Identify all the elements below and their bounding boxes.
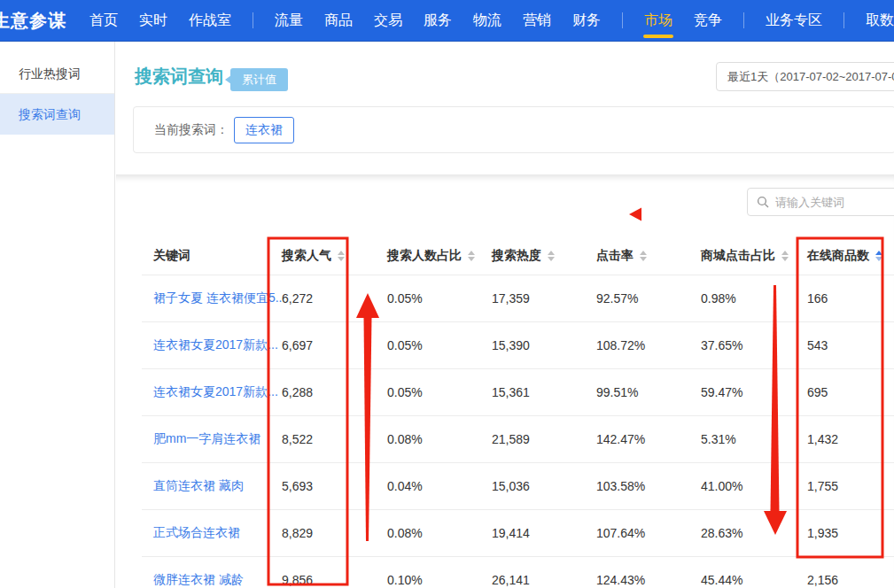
sidebar: 行业热搜词搜索词查询 [0,42,115,588]
table-cell: 6,288 [282,385,387,399]
nav-item-data-fetch[interactable]: 取数 [855,0,894,41]
table-cell: 0.08% [387,526,492,540]
app-logo[interactable]: 生意参谋 [0,9,66,33]
column-label: 搜索热度 [492,248,541,264]
badge-label: 累计值 [242,73,276,86]
table-row: 正式场合连衣裙8,8290.08%19,414107.64%28.63%1,93… [142,510,894,557]
table-cell: 21,589 [492,432,596,446]
keyword-search-input[interactable] [775,196,894,209]
table-cell: 0.05% [387,291,492,306]
keyword-link[interactable]: 连衣裙女夏2017新款... [142,337,282,353]
nav-item-trade[interactable]: 交易 [363,0,413,41]
table-cell: 108.72% [596,338,701,352]
table-cell: 41.00% [701,479,807,493]
nav-item-logistics[interactable]: 物流 [463,0,512,41]
table-cell: 0.10% [387,573,492,587]
column-label: 商城点击占比 [701,248,775,264]
column-header-4[interactable]: 点击率 [596,248,701,264]
keyword-link[interactable]: 微胖连衣裙 减龄 [142,572,282,588]
table-cell: 45.44% [701,573,807,587]
column-header-0: 关键词 [142,248,282,264]
nav-item-competition[interactable]: 竞争 [683,0,733,41]
table-cell: 2,156 [807,573,894,587]
keyword-link[interactable]: 肥mm一字肩连衣裙 [142,431,282,447]
table-cell: 15,390 [492,338,596,352]
table-cell: 15,036 [492,479,596,493]
table-cell: 543 [807,338,894,352]
date-range-selector[interactable]: 最近1天（2017-07-02~2017-07-02 [716,62,894,91]
nav-item-finance[interactable]: 财务 [562,0,611,41]
table-cell: 1,755 [807,479,894,493]
nav-divider [253,12,253,28]
keyword-link[interactable]: 直筒连衣裙 藏肉 [142,478,282,494]
nav-item-business-zone[interactable]: 业务专区 [755,0,833,41]
table-cell: 0.98% [701,291,807,306]
column-label: 搜索人气 [282,248,331,264]
nav-item-market[interactable]: 市场 [634,0,683,41]
table-cell: 15,361 [492,385,596,399]
column-header-1[interactable]: 搜索人气 [282,248,387,264]
table-cell: 1,935 [807,526,894,540]
sort-icon[interactable] [548,251,555,261]
current-search-tag[interactable]: 连衣裙 [234,117,294,143]
nav-divider [743,12,744,28]
keyword-link[interactable]: 裙子女夏 连衣裙便宜5... [142,290,282,306]
sidebar-item-industry-hot-words[interactable]: 行业热搜词 [0,53,114,94]
search-icon [757,196,769,208]
nav-item-service[interactable]: 服务 [413,0,463,41]
table-cell: 26,141 [492,573,596,587]
column-header-2[interactable]: 搜索人数占比 [387,248,492,264]
table-cell: 9,856 [282,573,387,587]
table-body: 裙子女夏 连衣裙便宜5...6,2720.05%17,35992.57%0.98… [142,275,894,588]
nav-item-marketing[interactable]: 营销 [512,0,562,41]
table-cell: 19,414 [492,526,596,540]
table-cell: 166 [807,291,894,306]
table-cell: 5.31% [701,432,807,446]
table-cell: 0.04% [387,479,492,493]
column-label: 在线商品数 [807,248,869,264]
nav-item-home[interactable]: 首页 [79,0,128,41]
nav-divider [622,12,623,28]
table-cell: 5,693 [282,479,387,493]
cumulative-badge: 累计值 [230,68,288,91]
current-search-card: 当前搜索词： 连衣裙 [133,106,894,153]
navbar-items: 首页实时作战室流量商品交易服务物流营销财务市场竞争业务专区取数 [79,0,894,41]
sort-icon[interactable] [338,251,345,261]
table-cell: 37.65% [701,338,807,352]
current-search-label: 当前搜索词： [154,122,229,138]
table-cell: 6,697 [282,338,387,352]
nav-divider [843,12,844,28]
table-cell: 695 [807,385,894,399]
nav-item-realtime[interactable]: 实时 [128,0,178,41]
table-row: 直筒连衣裙 藏肉5,6930.04%15,036103.58%41.00%1,7… [142,463,894,510]
column-label: 点击率 [596,248,634,264]
table-cell: 1,432 [807,432,894,446]
table-cell: 59.47% [701,385,807,399]
table-cell: 142.47% [596,432,701,446]
sidebar-item-search-word-query[interactable]: 搜索词查询 [0,94,114,135]
sort-icon[interactable] [875,251,882,261]
table-cell: 0.08% [387,432,492,446]
table-cell: 0.05% [387,338,492,352]
table-row: 裙子女夏 连衣裙便宜5...6,2720.05%17,35992.57%0.98… [142,275,894,322]
column-label: 搜索人数占比 [387,248,462,264]
column-header-5[interactable]: 商城点击占比 [701,248,807,264]
column-header-3[interactable]: 搜索热度 [492,248,596,264]
nav-item-traffic[interactable]: 流量 [264,0,314,41]
nav-item-war-room[interactable]: 作战室 [178,0,242,41]
sort-icon[interactable] [781,251,789,261]
table-cell: 99.51% [596,385,701,399]
nav-item-goods[interactable]: 商品 [314,0,363,41]
column-header-6[interactable]: 在线商品数 [807,248,894,264]
keyword-link[interactable]: 连衣裙女夏2017新款... [142,384,282,400]
sort-icon[interactable] [640,251,647,261]
table-cell: 28.63% [701,526,807,540]
table-cell: 107.64% [596,526,701,540]
keyword-link[interactable]: 正式场合连衣裙 [142,525,282,541]
table-row: 微胖连衣裙 减龄9,8560.10%26,141124.43%45.44%2,1… [142,557,894,588]
main-content: 搜索词查询 累计值 最近1天（2017-07-02~2017-07-02 当前搜… [116,42,894,588]
keyword-search-box[interactable] [747,188,894,216]
table-cell: 103.58% [596,479,701,493]
table-cell: 8,829 [282,526,387,540]
sort-icon[interactable] [468,251,475,261]
